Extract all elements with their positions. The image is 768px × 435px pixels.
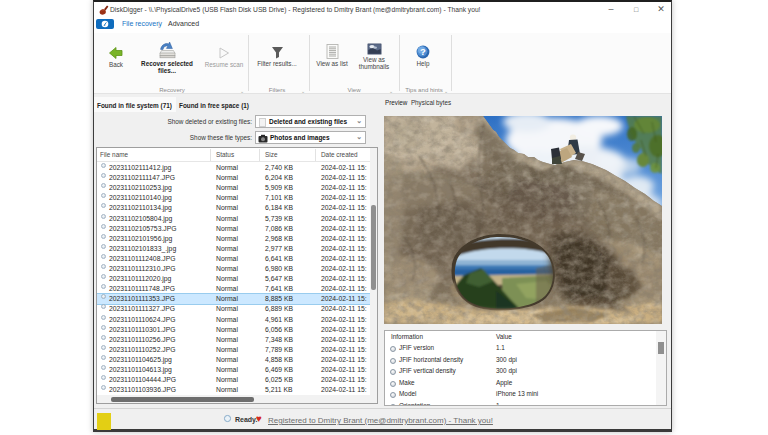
svg-text:?: ? (420, 46, 426, 57)
